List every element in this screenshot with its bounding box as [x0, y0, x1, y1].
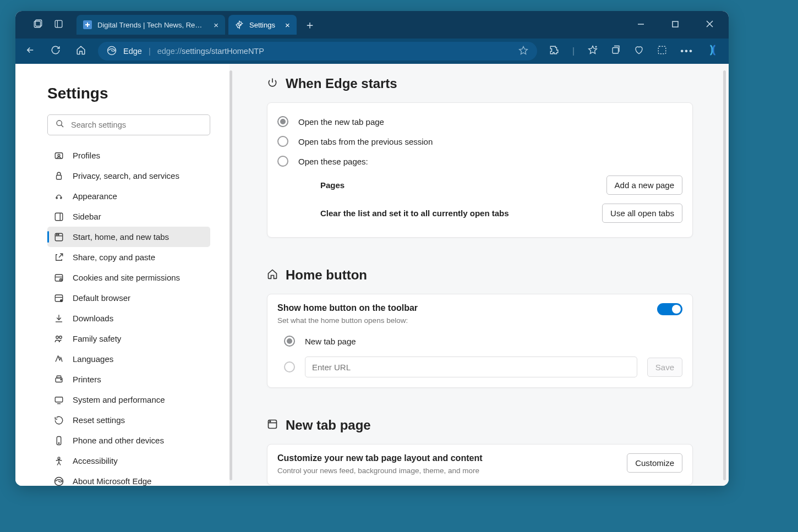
save-url-button[interactable]: Save: [647, 358, 682, 377]
radio-open-these-pages[interactable]: Open these pages:: [277, 151, 682, 171]
svg-rect-17: [57, 175, 62, 179]
customize-newtab-label: Customize your new tab page layout and c…: [277, 453, 482, 463]
customize-button[interactable]: Customize: [627, 453, 682, 473]
home-icon[interactable]: [76, 45, 86, 58]
tab-actions-icon[interactable]: [33, 19, 43, 31]
nav-label: Printers: [73, 375, 101, 384]
separator: |: [572, 46, 575, 57]
svg-point-31: [61, 299, 63, 301]
toolbar: Edge | edge://settings/startHomeNTP | ••…: [15, 39, 729, 64]
sidebar-item-default-browser[interactable]: Default browser: [47, 288, 210, 308]
svg-point-33: [56, 336, 59, 338]
sidebar-item-start-home-and-new-tabs[interactable]: Start, home, and new tabs: [47, 227, 210, 247]
sidebar-item-profiles[interactable]: Profiles: [47, 145, 210, 166]
home-url-input[interactable]: [305, 357, 637, 377]
svg-rect-2: [55, 20, 62, 28]
nav-icon: [54, 354, 64, 364]
health-icon[interactable]: [634, 45, 644, 58]
address-bar[interactable]: Edge | edge://settings/startHomeNTP: [98, 42, 537, 61]
nav-icon: [54, 415, 64, 425]
radio-icon[interactable]: [284, 361, 295, 372]
sidebar-item-privacy-search-and-services[interactable]: Privacy, search, and services: [47, 166, 210, 186]
radio-icon: [277, 116, 288, 127]
radio-home-newtab[interactable]: New tab page: [277, 331, 682, 351]
titlebar-left-icons: [21, 19, 63, 31]
svg-rect-15: [55, 152, 63, 158]
sidebar-item-accessibility[interactable]: Accessibility: [47, 451, 210, 471]
sidebar-item-languages[interactable]: Languages: [47, 349, 210, 369]
refresh-icon[interactable]: [51, 45, 61, 58]
sidebar-item-about-microsoft-edge[interactable]: About Microsoft Edge: [47, 471, 210, 486]
sidebar-item-appearance[interactable]: Appearance: [47, 186, 210, 206]
show-home-toggle[interactable]: [657, 303, 682, 315]
vertical-tabs-icon[interactable]: [54, 19, 63, 31]
radio-open-new-tab[interactable]: Open the new tab page: [277, 112, 682, 131]
close-tab-icon[interactable]: ×: [214, 20, 218, 30]
nav-icon: [54, 293, 64, 303]
search-input[interactable]: [71, 120, 202, 129]
screenshot-icon[interactable]: [657, 45, 667, 58]
svg-point-25: [58, 234, 59, 235]
back-icon[interactable]: [25, 45, 35, 58]
use-all-open-tabs-button[interactable]: Use all open tabs: [602, 204, 682, 223]
main-scrollbar[interactable]: [723, 70, 726, 480]
close-window-icon[interactable]: [706, 20, 713, 29]
sidebar-item-system-and-performance[interactable]: System and performance: [47, 390, 210, 410]
svg-point-13: [57, 120, 62, 125]
minimize-icon[interactable]: [637, 20, 644, 29]
nav-icon: [54, 375, 64, 385]
svg-point-16: [58, 154, 60, 156]
clear-list-row: Clear the list and set it to all current…: [277, 199, 682, 227]
tab-title: Settings: [249, 21, 275, 29]
extensions-icon[interactable]: [549, 45, 559, 58]
show-home-sub: Set what the home button opens below:: [277, 316, 418, 325]
sidebar-item-phone-and-other-devices[interactable]: Phone and other devices: [47, 430, 210, 451]
collections-icon[interactable]: [611, 45, 621, 58]
more-icon[interactable]: •••: [680, 46, 693, 57]
nav-label: Appearance: [73, 191, 117, 201]
customize-newtab-row: Customize your new tab page layout and c…: [277, 453, 682, 475]
svg-point-46: [270, 421, 271, 422]
sidebar-item-family-safety[interactable]: Family safety: [47, 328, 210, 349]
svg-rect-12: [658, 46, 666, 54]
show-home-button-row: Show home button on the toolbar Set what…: [277, 303, 682, 325]
nav-icon: [54, 314, 64, 323]
svg-point-19: [61, 197, 62, 198]
browser-window: Digital Trends | Tech News, Revie × Sett…: [15, 11, 729, 486]
svg-rect-7: [673, 21, 678, 27]
home-button-card: Show home button on the toolbar Set what…: [267, 294, 693, 388]
favorites-icon[interactable]: [588, 45, 598, 58]
svg-point-34: [59, 336, 62, 338]
nav-label: Family safety: [73, 334, 121, 343]
nav-label: Default browser: [73, 293, 130, 303]
nav-label: Accessibility: [73, 456, 118, 465]
sidebar-item-reset-settings[interactable]: Reset settings: [47, 410, 210, 430]
sidebar-item-cookies-and-site-permissions[interactable]: Cookies and site permissions: [47, 267, 210, 288]
titlebar: Digital Trends | Tech News, Revie × Sett…: [15, 11, 729, 39]
search-settings[interactable]: [47, 114, 210, 135]
sidebar-title: Settings: [47, 85, 222, 102]
radio-open-previous[interactable]: Open tabs from the previous session: [277, 131, 682, 151]
new-tab-button[interactable]: ＋: [304, 19, 315, 30]
nav-label: Share, copy and paste: [73, 253, 155, 262]
nav-icon: [54, 191, 64, 201]
tab-settings[interactable]: Settings ×: [228, 15, 297, 35]
radio-icon: [277, 156, 288, 167]
svg-line-14: [61, 125, 63, 127]
sidebar-item-sidebar[interactable]: Sidebar: [47, 206, 210, 227]
svg-rect-38: [55, 397, 63, 402]
star-icon[interactable]: [518, 46, 528, 57]
home-icon: [267, 267, 278, 283]
sidebar-item-printers[interactable]: Printers: [47, 369, 210, 390]
sidebar-item-share-copy-and-paste[interactable]: Share, copy and paste: [47, 247, 210, 267]
sidebar-item-downloads[interactable]: Downloads: [47, 308, 210, 328]
tab-digital-trends[interactable]: Digital Trends | Tech News, Revie ×: [76, 15, 225, 35]
maximize-icon[interactable]: [672, 20, 679, 29]
add-new-page-button[interactable]: Add a new page: [606, 175, 682, 195]
copilot-icon[interactable]: [707, 44, 719, 59]
nav-label: Cookies and site permissions: [73, 273, 180, 282]
pages-label: Pages: [320, 180, 345, 190]
clear-list-label: Clear the list and set it to all current…: [320, 209, 509, 218]
sidebar-scrollbar[interactable]: [229, 70, 232, 480]
close-tab-icon[interactable]: ×: [285, 20, 290, 30]
